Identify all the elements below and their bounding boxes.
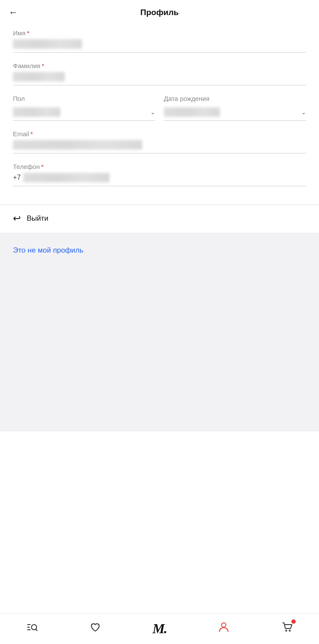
not-my-profile-link[interactable]: Это не мой профиль bbox=[13, 246, 83, 254]
logout-button[interactable]: ↩ Выйти bbox=[0, 205, 319, 233]
surname-label: Фамилия * bbox=[13, 62, 306, 69]
phone-label: Телефон * bbox=[13, 163, 306, 170]
name-label: Имя * bbox=[13, 29, 306, 37]
not-my-profile-section: Это не мой профиль bbox=[0, 233, 319, 431]
back-button[interactable]: ← bbox=[9, 7, 18, 18]
birthdate-label: Дата рождения bbox=[164, 95, 306, 102]
svg-line-4 bbox=[36, 629, 37, 631]
nav-item-favorites[interactable] bbox=[82, 618, 108, 640]
brand-logo: М. bbox=[153, 621, 166, 637]
birthdate-field-group: Дата рождения ⌄ bbox=[164, 95, 306, 121]
nav-item-profile[interactable] bbox=[211, 618, 237, 640]
page-title: Профиль bbox=[141, 8, 179, 17]
profile-form: Имя * Фамилия * Пол ⌄ bbox=[0, 25, 319, 204]
nav-item-home[interactable]: М. bbox=[146, 617, 173, 640]
gender-field-group: Пол ⌄ bbox=[13, 95, 155, 121]
email-required-star: * bbox=[31, 130, 33, 138]
nav-item-cart[interactable] bbox=[274, 618, 300, 640]
gender-value bbox=[13, 107, 148, 117]
phone-prefix: +7 bbox=[13, 174, 21, 182]
birthdate-dropdown[interactable]: ⌄ bbox=[164, 105, 306, 121]
svg-point-5 bbox=[222, 623, 226, 627]
cart-badge bbox=[291, 619, 296, 624]
birthdate-chevron-icon: ⌄ bbox=[301, 109, 306, 116]
name-required-star: * bbox=[27, 29, 29, 37]
email-field-group: Email * bbox=[13, 130, 306, 153]
name-field-group: Имя * bbox=[13, 29, 306, 53]
gender-chevron-icon: ⌄ bbox=[150, 109, 155, 116]
phone-input-row: +7 bbox=[13, 173, 306, 186]
surname-field-group: Фамилия * bbox=[13, 62, 306, 85]
logout-label: Выйти bbox=[27, 214, 48, 223]
bottom-navigation: М. bbox=[0, 613, 319, 644]
nav-item-search[interactable] bbox=[19, 618, 45, 640]
surname-value bbox=[13, 72, 65, 81]
phone-required-star: * bbox=[41, 163, 44, 170]
svg-point-6 bbox=[286, 630, 287, 631]
gender-label: Пол bbox=[13, 95, 155, 102]
gender-dropdown[interactable]: ⌄ bbox=[13, 105, 155, 121]
gender-birthdate-row: Пол ⌄ Дата рождения ⌄ bbox=[13, 95, 306, 121]
profile-icon bbox=[218, 621, 230, 636]
cart-icon bbox=[281, 621, 293, 636]
birthdate-value bbox=[164, 107, 299, 117]
heart-icon bbox=[89, 621, 101, 636]
svg-point-7 bbox=[289, 630, 291, 631]
email-label: Email * bbox=[13, 130, 306, 138]
phone-field-group: Телефон * +7 bbox=[13, 163, 306, 186]
surname-required-star: * bbox=[42, 62, 44, 69]
phone-value bbox=[23, 173, 109, 182]
search-icon bbox=[26, 621, 38, 636]
email-value bbox=[13, 140, 142, 150]
header: ← Профиль bbox=[0, 0, 319, 25]
name-value bbox=[13, 39, 82, 49]
logout-icon: ↩ bbox=[13, 213, 21, 224]
